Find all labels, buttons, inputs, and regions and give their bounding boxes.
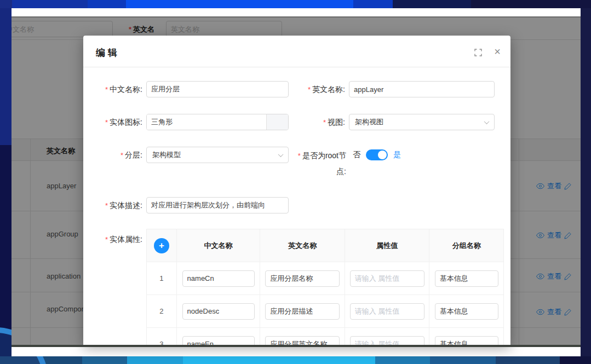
screen: *英文名 英文名称 appLayer appGroup application … (0, 0, 591, 364)
icon-picker-button[interactable] (266, 114, 288, 130)
viewport-bottom-edge (12, 345, 581, 347)
col-header-name-en: 英文名称 (260, 229, 345, 262)
name-en-label: *英文名称: (294, 81, 345, 98)
chevron-down-icon (278, 152, 284, 157)
attr-value-input[interactable] (350, 303, 424, 320)
is-root-label: *是否为root节点: (297, 148, 346, 179)
required-asterisk: * (323, 118, 326, 126)
required-asterisk: * (308, 85, 311, 94)
required-asterisk: * (105, 201, 108, 210)
name-en-input[interactable] (349, 81, 495, 97)
attr-en-input[interactable] (265, 336, 340, 345)
name-cn-input[interactable] (146, 81, 289, 97)
name-cn-label: *中文名称: (94, 81, 142, 98)
entity-desc-input[interactable] (146, 197, 289, 213)
attr-value-input[interactable] (350, 270, 424, 287)
edit-modal: 编辑 × *中文名称: *英文名称: *实体图标: *视图: 架构视图 (83, 36, 510, 345)
toggle-knob (378, 151, 387, 159)
attr-group-input[interactable] (435, 336, 498, 345)
close-icon[interactable]: × (491, 45, 504, 58)
col-header-name-cn: 中文名称 (177, 229, 261, 262)
entity-icon-input[interactable] (147, 114, 266, 130)
entity-icon-label: *实体图标: (94, 114, 142, 131)
attr-value-input[interactable] (350, 336, 424, 345)
chevron-down-icon (484, 119, 490, 124)
layer-label: *分层: (94, 147, 142, 164)
required-asterisk: * (105, 118, 108, 126)
entity-attrs-label: *实体属性: (94, 231, 142, 248)
col-header-group: 分组名称 (429, 229, 503, 262)
attribute-table: + 中文名称 英文名称 属性值 分组名称 1 2 3 (146, 229, 504, 345)
required-asterisk: * (105, 85, 108, 94)
row-index: 3 (147, 328, 177, 345)
row-index: 2 (147, 295, 177, 327)
table-row: 1 (147, 262, 503, 295)
attr-group-input[interactable] (435, 303, 498, 320)
add-attribute-button[interactable]: + (154, 238, 169, 253)
row-index: 1 (147, 262, 177, 294)
entity-icon-field (146, 114, 289, 130)
col-header-attr-value: 属性值 (345, 229, 430, 262)
toggle-off-label: 否 (353, 150, 360, 160)
toggle-on-label: 是 (393, 150, 401, 160)
attr-cn-input[interactable] (182, 303, 255, 320)
attribute-table-header: + 中文名称 英文名称 属性值 分组名称 (147, 229, 503, 262)
attr-cn-input[interactable] (182, 336, 255, 345)
required-asterisk: * (105, 235, 108, 244)
window-chrome-bottom (12, 347, 581, 356)
attr-en-input[interactable] (265, 270, 340, 287)
required-asterisk: * (298, 152, 301, 160)
table-row: 2 (147, 295, 503, 328)
attr-en-input[interactable] (265, 303, 340, 320)
is-root-toggle[interactable] (366, 149, 388, 160)
required-asterisk: * (121, 151, 123, 159)
is-root-field: 否 是 (353, 147, 401, 163)
table-row: 3 (147, 328, 503, 345)
view-select[interactable]: 架构视图 (349, 114, 495, 130)
view-label: *视图: (294, 114, 345, 131)
attr-cn-input[interactable] (182, 270, 255, 287)
entity-desc-label: *实体描述: (94, 197, 142, 214)
attr-group-input[interactable] (435, 270, 498, 287)
modal-title: 编辑 (96, 47, 120, 59)
layer-select[interactable]: 架构模型 (146, 147, 289, 163)
window-chrome-top (12, 8, 581, 16)
modal-header-divider (83, 67, 510, 67)
viewport-top-edge (12, 16, 581, 18)
fullscreen-icon[interactable] (474, 49, 482, 56)
